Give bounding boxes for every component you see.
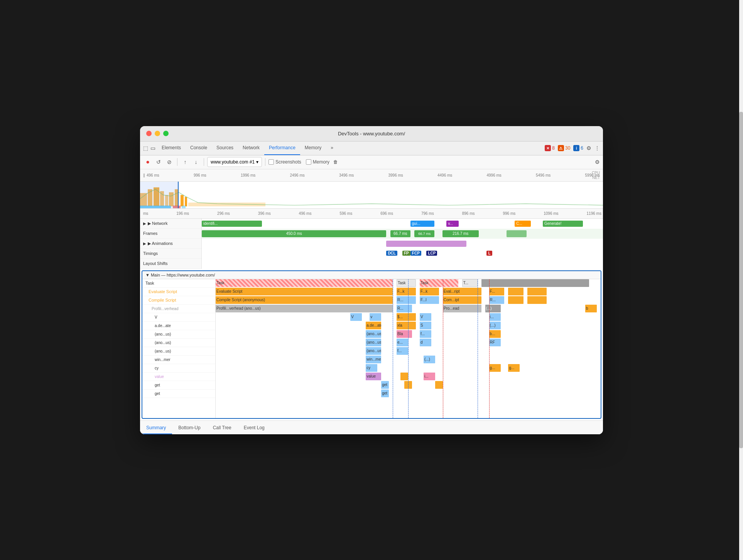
flame-block-task1[interactable]: Task <box>216 279 393 287</box>
flame-canvas[interactable]: Task Task Task T... Evaluate Script F...… <box>216 279 601 418</box>
flame-block-eval7[interactable] <box>527 288 547 295</box>
flame-block-profiling2[interactable]: R... <box>397 305 412 312</box>
tab-console[interactable]: Console <box>186 141 212 155</box>
flame-block-get1c[interactable] <box>435 381 443 389</box>
warning-badge[interactable]: ⚠ 30 <box>558 145 570 151</box>
flame-block-compile5[interactable]: R... <box>489 296 505 304</box>
flame-block-ano2b[interactable]: e... <box>397 339 408 346</box>
flame-block-value1[interactable]: value <box>366 373 381 380</box>
frame-block-450[interactable]: 450.0 ms <box>202 230 386 237</box>
memory-checkbox-label[interactable]: Memory <box>306 159 329 165</box>
flame-block-eval1[interactable]: Evaluate Script <box>216 288 393 295</box>
network-block-identifi[interactable]: identifi... <box>202 221 262 227</box>
timing-l[interactable]: L <box>486 251 492 256</box>
toolbar-settings-icon[interactable]: ⚙ <box>595 159 600 165</box>
flame-block-cy3[interactable]: g... <box>508 364 520 372</box>
flame-block-ano1c[interactable]: f... <box>420 330 431 338</box>
timing-fcp[interactable]: FCP <box>410 251 421 256</box>
timing-fp[interactable]: FP <box>402 251 410 256</box>
profile-dropdown[interactable]: www.youtube.com #1 ▾ <box>207 157 262 167</box>
flame-block-ano2d[interactable]: RF <box>489 339 501 346</box>
flame-block-get1a[interactable]: get <box>381 381 389 389</box>
flame-block-task5[interactable] <box>481 279 589 287</box>
error-badge[interactable]: ✕ 8 <box>545 145 555 151</box>
flame-block-ano1a[interactable]: (ano...us) <box>366 330 381 338</box>
flame-block-eval5[interactable]: F... <box>489 288 505 295</box>
timings-label[interactable]: Timings <box>140 249 201 259</box>
animation-block-1[interactable] <box>386 241 466 247</box>
inspect-icon[interactable]: ⬚ <box>143 145 148 151</box>
tab-elements[interactable]: Elements <box>157 141 186 155</box>
screenshots-checkbox[interactable] <box>268 159 274 165</box>
info-badge[interactable]: i 6 <box>573 145 583 151</box>
flame-block-win2[interactable]: (...) <box>424 356 435 363</box>
flame-block-compile1[interactable]: Compile Script (anonymous) <box>216 296 393 304</box>
flame-block-compile6[interactable] <box>508 296 523 304</box>
frame-block-216[interactable]: 216.7 ms <box>442 230 479 237</box>
frame-block-66a[interactable]: 66.7 ms <box>390 230 410 237</box>
minimize-button[interactable] <box>155 131 160 136</box>
maximize-button[interactable] <box>163 131 169 136</box>
flame-block-v5[interactable]: i... <box>489 313 501 321</box>
timing-lcp[interactable]: LCP <box>426 251 437 256</box>
tab-event-log[interactable]: Event Log <box>238 422 271 434</box>
flame-block-compile4[interactable]: Com...ipt <box>443 296 481 304</box>
frame-block-small[interactable] <box>507 230 527 237</box>
flame-block-eval4[interactable]: Eval...ript <box>443 288 481 295</box>
flame-block-ano3b[interactable]: f... <box>397 347 408 355</box>
flame-block-cy2[interactable]: g... <box>489 364 501 372</box>
flame-block-get2a[interactable]: get <box>381 390 389 397</box>
flame-block-cy1[interactable]: cy <box>366 364 377 372</box>
tab-overflow[interactable]: » <box>326 141 338 155</box>
flame-block-win1[interactable]: win...mer <box>366 356 381 363</box>
close-button[interactable] <box>146 131 152 136</box>
flame-block-eval2[interactable]: F...k <box>397 288 416 295</box>
flame-block-value2[interactable] <box>400 373 408 380</box>
flame-block-profiling1[interactable]: Profili...verhead (ano...us) <box>216 305 393 312</box>
tab-call-tree[interactable]: Call Tree <box>207 422 238 434</box>
tab-performance[interactable]: Performance <box>264 141 300 155</box>
memory-checkbox[interactable] <box>306 159 311 165</box>
network-block-generate[interactable]: Generate! <box>543 221 583 227</box>
tab-network[interactable]: Network <box>238 141 264 155</box>
flame-block-ano2c[interactable]: d <box>420 339 431 346</box>
flame-block-task4[interactable]: T... <box>462 279 478 287</box>
tab-sources[interactable]: Sources <box>212 141 238 155</box>
flame-block-ade4[interactable]: (...) <box>489 322 501 329</box>
flame-block-ano3a[interactable]: (ano...us) <box>366 347 381 355</box>
more-options-icon[interactable]: ⋮ <box>594 145 600 151</box>
flame-block-eval3[interactable]: F...k <box>420 288 439 295</box>
flame-block-compile2[interactable]: R... <box>397 296 416 304</box>
download-button[interactable]: ↓ <box>191 157 201 167</box>
flame-block-task2[interactable]: Task <box>397 279 416 287</box>
flame-block-ade1[interactable]: a.de...ate <box>366 322 381 329</box>
flame-block-value3[interactable]: i... <box>424 373 435 380</box>
flame-block-v3[interactable]: $... <box>397 313 416 321</box>
flame-block-compile7[interactable] <box>527 296 547 304</box>
network-block-c[interactable]: C... <box>515 221 531 227</box>
overview-chart[interactable] <box>140 182 603 209</box>
device-icon[interactable]: ▭ <box>150 145 155 151</box>
screenshots-checkbox-label[interactable]: Screenshots <box>268 159 301 165</box>
flame-block-ade3[interactable]: S <box>420 322 431 329</box>
flame-block-profiling4[interactable]: (...) <box>485 305 501 312</box>
flame-block-ano1d[interactable]: b... <box>489 330 501 338</box>
tab-memory[interactable]: Memory <box>300 141 326 155</box>
flame-block-profiling3[interactable]: Pro...ead <box>443 305 481 312</box>
upload-button[interactable]: ↑ <box>181 157 190 167</box>
layout-shifts-label[interactable]: Layout Shifts <box>140 259 201 269</box>
record-button[interactable]: ● <box>143 157 152 167</box>
reload-button[interactable]: ↺ <box>154 157 163 167</box>
network-block-gui[interactable]: gui... <box>410 221 434 227</box>
tab-summary[interactable]: Summary <box>140 422 172 434</box>
flame-block-v1[interactable]: V <box>350 313 362 321</box>
flame-block-v4[interactable]: V <box>420 313 431 321</box>
network-label[interactable]: ▶ ▶ Network <box>140 219 201 229</box>
flame-block-ade2[interactable]: xla <box>397 322 416 329</box>
flame-block-compile3[interactable]: F...l <box>420 296 439 304</box>
timing-dcl[interactable]: DCL <box>386 251 397 256</box>
frames-label[interactable]: Frames <box>140 229 201 239</box>
clear-profile-icon[interactable]: 🗑 <box>331 157 340 167</box>
animations-label[interactable]: ▶ ▶ Animations <box>140 239 201 249</box>
flame-block-eval6[interactable] <box>508 288 523 295</box>
